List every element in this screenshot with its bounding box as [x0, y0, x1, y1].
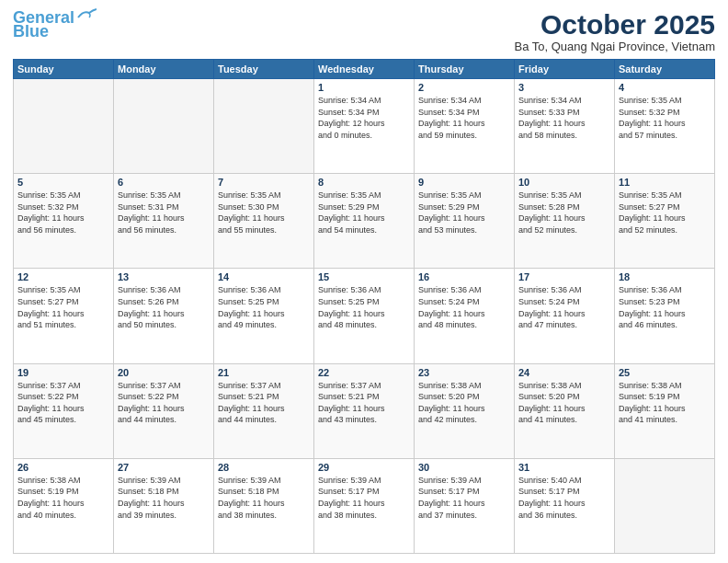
table-row: 18Sunrise: 5:36 AM Sunset: 5:23 PM Dayli…: [615, 269, 715, 363]
calendar-table: Sunday Monday Tuesday Wednesday Thursday…: [13, 59, 715, 554]
col-tuesday: Tuesday: [214, 60, 314, 79]
table-row: 6Sunrise: 5:35 AM Sunset: 5:31 PM Daylig…: [114, 174, 214, 269]
day-number: 16: [418, 271, 510, 282]
day-info: Sunrise: 5:35 AM Sunset: 5:27 PM Dayligh…: [619, 190, 711, 236]
day-info: Sunrise: 5:38 AM Sunset: 5:19 PM Dayligh…: [17, 475, 109, 521]
day-number: 22: [318, 367, 410, 378]
month-title: October 2025: [515, 9, 715, 40]
day-info: Sunrise: 5:34 AM Sunset: 5:34 PM Dayligh…: [318, 95, 410, 141]
title-block: October 2025 Ba To, Quang Ngai Province,…: [515, 9, 715, 53]
day-number: 9: [418, 177, 510, 188]
day-info: Sunrise: 5:36 AM Sunset: 5:25 PM Dayligh…: [218, 284, 310, 330]
day-info: Sunrise: 5:35 AM Sunset: 5:29 PM Dayligh…: [318, 190, 410, 236]
day-info: Sunrise: 5:39 AM Sunset: 5:18 PM Dayligh…: [218, 475, 310, 521]
day-info: Sunrise: 5:35 AM Sunset: 5:27 PM Dayligh…: [17, 284, 109, 330]
location: Ba To, Quang Ngai Province, Vietnam: [515, 40, 715, 53]
day-number: 12: [17, 271, 109, 282]
day-info: Sunrise: 5:34 AM Sunset: 5:34 PM Dayligh…: [418, 95, 510, 141]
day-number: 21: [218, 367, 310, 378]
col-saturday: Saturday: [615, 60, 715, 79]
day-number: 17: [518, 271, 610, 282]
day-info: Sunrise: 5:39 AM Sunset: 5:18 PM Dayligh…: [118, 475, 210, 521]
day-info: Sunrise: 5:35 AM Sunset: 5:32 PM Dayligh…: [17, 190, 109, 236]
table-row: 2Sunrise: 5:34 AM Sunset: 5:34 PM Daylig…: [415, 79, 515, 174]
table-row: 16Sunrise: 5:36 AM Sunset: 5:24 PM Dayli…: [415, 269, 515, 363]
table-row: 11Sunrise: 5:35 AM Sunset: 5:27 PM Dayli…: [615, 174, 715, 269]
table-row: 26Sunrise: 5:38 AM Sunset: 5:19 PM Dayli…: [14, 458, 114, 553]
day-info: Sunrise: 5:39 AM Sunset: 5:17 PM Dayligh…: [418, 475, 510, 521]
day-info: Sunrise: 5:36 AM Sunset: 5:24 PM Dayligh…: [518, 284, 610, 330]
table-row: 7Sunrise: 5:35 AM Sunset: 5:30 PM Daylig…: [214, 174, 314, 269]
day-info: Sunrise: 5:37 AM Sunset: 5:21 PM Dayligh…: [218, 380, 310, 426]
logo-blue: Blue: [13, 22, 49, 41]
day-number: 10: [518, 177, 610, 188]
table-row: 20Sunrise: 5:37 AM Sunset: 5:22 PM Dayli…: [114, 363, 214, 458]
table-row: 30Sunrise: 5:39 AM Sunset: 5:17 PM Dayli…: [415, 458, 515, 553]
table-row: 19Sunrise: 5:37 AM Sunset: 5:22 PM Dayli…: [14, 363, 114, 458]
table-row: 22Sunrise: 5:37 AM Sunset: 5:21 PM Dayli…: [314, 363, 415, 458]
table-row: 29Sunrise: 5:39 AM Sunset: 5:17 PM Dayli…: [314, 458, 415, 553]
day-number: 14: [218, 271, 310, 282]
header: General Blue October 2025 Ba To, Quang N…: [13, 9, 715, 53]
day-number: 4: [619, 82, 711, 93]
table-row: 23Sunrise: 5:38 AM Sunset: 5:20 PM Dayli…: [415, 363, 515, 458]
table-row: 9Sunrise: 5:35 AM Sunset: 5:29 PM Daylig…: [415, 174, 515, 269]
day-number: 5: [17, 177, 109, 188]
table-row: 31Sunrise: 5:40 AM Sunset: 5:17 PM Dayli…: [515, 458, 615, 553]
page: General Blue October 2025 Ba To, Quang N…: [0, 0, 728, 563]
day-number: 27: [118, 462, 210, 473]
day-number: 24: [518, 367, 610, 378]
table-row: 13Sunrise: 5:36 AM Sunset: 5:26 PM Dayli…: [114, 269, 214, 363]
day-number: 20: [118, 367, 210, 378]
col-thursday: Thursday: [415, 60, 515, 79]
day-number: 3: [518, 82, 610, 93]
day-info: Sunrise: 5:37 AM Sunset: 5:22 PM Dayligh…: [17, 380, 109, 426]
day-info: Sunrise: 5:36 AM Sunset: 5:24 PM Dayligh…: [418, 284, 510, 330]
col-monday: Monday: [114, 60, 214, 79]
table-row: 12Sunrise: 5:35 AM Sunset: 5:27 PM Dayli…: [14, 269, 114, 363]
day-info: Sunrise: 5:38 AM Sunset: 5:19 PM Dayligh…: [619, 380, 711, 426]
day-number: 7: [218, 177, 310, 188]
table-row: 27Sunrise: 5:39 AM Sunset: 5:18 PM Dayli…: [114, 458, 214, 553]
day-number: 2: [418, 82, 510, 93]
table-row: 17Sunrise: 5:36 AM Sunset: 5:24 PM Dayli…: [515, 269, 615, 363]
table-row: 28Sunrise: 5:39 AM Sunset: 5:18 PM Dayli…: [214, 458, 314, 553]
table-row: 10Sunrise: 5:35 AM Sunset: 5:28 PM Dayli…: [515, 174, 615, 269]
day-number: 30: [418, 462, 510, 473]
header-row: Sunday Monday Tuesday Wednesday Thursday…: [14, 60, 715, 79]
day-number: 1: [318, 82, 410, 93]
table-row: 4Sunrise: 5:35 AM Sunset: 5:32 PM Daylig…: [615, 79, 715, 174]
table-row: 21Sunrise: 5:37 AM Sunset: 5:21 PM Dayli…: [214, 363, 314, 458]
day-info: Sunrise: 5:35 AM Sunset: 5:28 PM Dayligh…: [518, 190, 610, 236]
day-info: Sunrise: 5:35 AM Sunset: 5:29 PM Dayligh…: [418, 190, 510, 236]
day-info: Sunrise: 5:38 AM Sunset: 5:20 PM Dayligh…: [418, 380, 510, 426]
day-info: Sunrise: 5:35 AM Sunset: 5:31 PM Dayligh…: [118, 190, 210, 236]
table-row: 5Sunrise: 5:35 AM Sunset: 5:32 PM Daylig…: [14, 174, 114, 269]
day-info: Sunrise: 5:38 AM Sunset: 5:20 PM Dayligh…: [518, 380, 610, 426]
day-number: 11: [619, 177, 711, 188]
day-number: 23: [418, 367, 510, 378]
day-info: Sunrise: 5:35 AM Sunset: 5:32 PM Dayligh…: [619, 95, 711, 141]
table-row: 14Sunrise: 5:36 AM Sunset: 5:25 PM Dayli…: [214, 269, 314, 363]
day-number: 6: [118, 177, 210, 188]
table-row: [114, 79, 214, 174]
col-sunday: Sunday: [14, 60, 114, 79]
table-row: 25Sunrise: 5:38 AM Sunset: 5:19 PM Dayli…: [615, 363, 715, 458]
table-row: 3Sunrise: 5:34 AM Sunset: 5:33 PM Daylig…: [515, 79, 615, 174]
logo: General Blue: [13, 9, 97, 41]
day-info: Sunrise: 5:36 AM Sunset: 5:26 PM Dayligh…: [118, 284, 210, 330]
day-info: Sunrise: 5:36 AM Sunset: 5:25 PM Dayligh…: [318, 284, 410, 330]
table-row: 8Sunrise: 5:35 AM Sunset: 5:29 PM Daylig…: [314, 174, 415, 269]
day-number: 29: [318, 462, 410, 473]
day-number: 28: [218, 462, 310, 473]
day-number: 25: [619, 367, 711, 378]
day-number: 31: [518, 462, 610, 473]
table-row: 15Sunrise: 5:36 AM Sunset: 5:25 PM Dayli…: [314, 269, 415, 363]
col-wednesday: Wednesday: [314, 60, 415, 79]
day-number: 26: [17, 462, 109, 473]
day-info: Sunrise: 5:39 AM Sunset: 5:17 PM Dayligh…: [318, 475, 410, 521]
day-info: Sunrise: 5:37 AM Sunset: 5:22 PM Dayligh…: [118, 380, 210, 426]
day-info: Sunrise: 5:40 AM Sunset: 5:17 PM Dayligh…: [518, 475, 610, 521]
day-number: 18: [619, 271, 711, 282]
day-number: 13: [118, 271, 210, 282]
